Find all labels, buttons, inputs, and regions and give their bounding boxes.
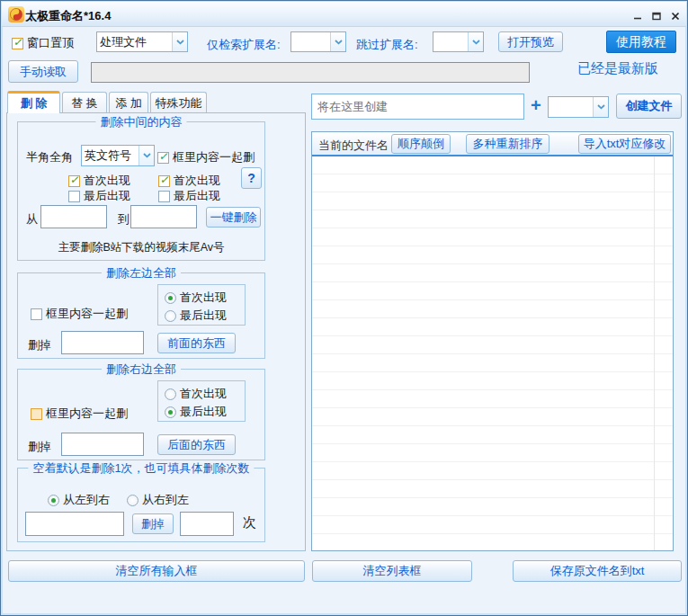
chevron-down-icon[interactable] xyxy=(593,97,608,117)
left-first-dot[interactable] xyxy=(165,292,176,304)
help-button[interactable]: ? xyxy=(241,167,262,189)
middle-last-box-1[interactable] xyxy=(68,191,80,202)
maximize-button[interactable] xyxy=(648,9,666,23)
rtl-dot[interactable] xyxy=(127,495,138,506)
filter-ext-value xyxy=(291,32,330,51)
right-delete-label: 删掉 xyxy=(28,439,51,455)
clear-list-button[interactable]: 清空列表框 xyxy=(312,560,472,582)
times-text-input[interactable] xyxy=(25,512,124,536)
chevron-down-icon[interactable] xyxy=(468,32,483,51)
file-listbox[interactable]: 当前的文件名 顺序颠倒 多种重新排序 导入txt对应修改 xyxy=(311,131,674,551)
minimize-button[interactable] xyxy=(629,9,647,23)
close-icon xyxy=(671,12,680,21)
middle-hint: 主要删除B站下载的视频末尾Av号 xyxy=(18,240,264,255)
path-field[interactable] xyxy=(91,62,530,83)
middle-first-label-2: 首次出现 xyxy=(174,173,220,189)
ltr-dot[interactable] xyxy=(48,495,59,506)
middle-first-label-1: 首次出现 xyxy=(84,173,130,189)
right-first-label: 首次出现 xyxy=(180,386,227,402)
left-delete-input[interactable] xyxy=(61,331,144,354)
middle-last-label-2: 最后出现 xyxy=(174,188,220,204)
chevron-down-icon[interactable] xyxy=(172,32,187,51)
middle-first-checkbox-2[interactable]: ✓ 首次出现 xyxy=(158,173,220,189)
list-body[interactable] xyxy=(312,156,673,550)
from-input[interactable] xyxy=(40,205,107,228)
tab-add[interactable]: 添 加 xyxy=(109,92,148,113)
left-last-radio[interactable]: 最后出现 xyxy=(165,308,227,324)
check-icon: ✓ xyxy=(159,174,168,185)
skip-ext-label: 跳过扩展名: xyxy=(356,37,418,53)
create-ext-select[interactable] xyxy=(548,96,609,118)
symbol-select[interactable]: 英文符号 xyxy=(81,145,155,166)
middle-box-delete-checkbox[interactable]: ✓ 框里内容一起删 xyxy=(157,149,255,165)
one-key-delete-button[interactable]: 一键删除 xyxy=(206,207,261,228)
times-delete-button[interactable]: 删掉 xyxy=(132,513,174,534)
clear-inputs-button[interactable]: 清空所有输入框 xyxy=(8,560,305,582)
right-delete-input[interactable] xyxy=(61,433,144,456)
group-delete-times: 空着默认是删除1次，也可填具体删除次数 从左到右 从右到左 删掉 次 xyxy=(17,468,265,542)
tab-delete[interactable]: 删 除 xyxy=(7,91,60,113)
chevron-down-icon[interactable] xyxy=(330,32,345,51)
times-count-input[interactable] xyxy=(180,512,234,536)
title-bar[interactable]: 太极重命名*16.4 xyxy=(2,2,686,27)
middle-first-box-2[interactable]: ✓ xyxy=(158,175,170,187)
rtl-label: 从右到左 xyxy=(142,492,189,508)
skip-ext-select[interactable] xyxy=(433,31,484,52)
open-preview-button[interactable]: 打开预览 xyxy=(498,31,563,52)
always-on-top-box[interactable]: ✓ xyxy=(12,38,23,49)
right-occurrence-frame: 首次出现 最后出现 xyxy=(157,380,246,422)
middle-first-box-1[interactable]: ✓ xyxy=(68,175,80,187)
right-first-dot[interactable] xyxy=(165,388,176,400)
group-delete-left-title: 删除左边全部 xyxy=(102,265,181,281)
tutorial-button[interactable]: 使用教程 xyxy=(606,31,676,53)
left-box-delete-checkbox[interactable]: 框里内容一起删 xyxy=(31,306,128,322)
create-ext-value xyxy=(549,97,593,117)
from-label: 从 xyxy=(26,211,38,228)
chevron-down-icon[interactable] xyxy=(138,146,154,165)
group-delete-middle: 删除中间的内容 半角全角 英文符号 ✓ 框里内容一起删 ✓ 首次出现 最后出现 xyxy=(17,121,265,261)
left-delete-label: 删掉 xyxy=(28,337,51,353)
right-first-radio[interactable]: 首次出现 xyxy=(165,386,227,402)
always-on-top-checkbox[interactable]: ✓ 窗口置顶 xyxy=(12,35,74,51)
middle-last-checkbox-2[interactable]: 最后出现 xyxy=(158,188,220,204)
reorder-button[interactable]: 多种重新排序 xyxy=(466,134,550,154)
symbol-select-value: 英文符号 xyxy=(82,146,138,165)
manual-read-button[interactable]: 手动读取 xyxy=(8,60,78,83)
right-last-dot[interactable] xyxy=(165,406,176,418)
mode-select[interactable]: 处理文件 xyxy=(96,31,188,52)
window-title: 太极重命名*16.4 xyxy=(25,8,111,24)
group-delete-right-title: 删除右边全部 xyxy=(102,362,181,378)
middle-box-delete-box[interactable]: ✓ xyxy=(157,152,169,164)
group-delete-right: 删除右边全部 首次出现 最后出现 框里内容一起删 删掉 后面的东西 xyxy=(17,369,265,460)
to-input[interactable] xyxy=(130,205,197,228)
close-button[interactable] xyxy=(666,9,684,23)
skip-ext-value xyxy=(433,32,468,51)
times-unit-label: 次 xyxy=(243,514,256,531)
left-box-delete-box[interactable] xyxy=(31,308,42,320)
delete-front-button[interactable]: 前面的东西 xyxy=(157,333,236,353)
middle-first-checkbox-1[interactable]: ✓ 首次出现 xyxy=(68,173,130,189)
left-first-radio[interactable]: 首次出现 xyxy=(165,290,227,306)
middle-last-box-2[interactable] xyxy=(158,191,170,202)
delete-back-button[interactable]: 后面的东西 xyxy=(157,434,236,455)
rtl-radio[interactable]: 从右到左 xyxy=(127,492,189,508)
left-last-dot[interactable] xyxy=(165,310,176,322)
filter-ext-select[interactable] xyxy=(290,31,346,52)
create-file-button[interactable]: 创建文件 xyxy=(616,94,682,119)
right-last-radio[interactable]: 最后出现 xyxy=(165,404,227,420)
left-occurrence-frame: 首次出现 最后出现 xyxy=(157,284,246,326)
tab-replace[interactable]: 替 换 xyxy=(62,92,107,113)
tab-special[interactable]: 特殊功能 xyxy=(150,92,207,113)
import-txt-button[interactable]: 导入txt对应修改 xyxy=(578,134,671,154)
middle-box-delete-label: 框里内容一起删 xyxy=(173,149,255,165)
right-box-delete-checkbox[interactable]: 框里内容一起删 xyxy=(31,406,128,422)
middle-last-checkbox-1[interactable]: 最后出现 xyxy=(68,188,130,204)
save-txt-button[interactable]: 保存原文件名到txt xyxy=(513,560,682,582)
ltr-radio[interactable]: 从左到右 xyxy=(48,492,110,508)
reverse-order-button[interactable]: 顺序颠倒 xyxy=(391,134,451,154)
update-status: 已经是最新版 xyxy=(577,60,658,77)
right-box-delete-label: 框里内容一起删 xyxy=(46,406,128,422)
right-box-delete-box[interactable] xyxy=(31,408,42,420)
create-name-input[interactable] xyxy=(311,94,524,120)
to-label: 到 xyxy=(118,211,130,228)
